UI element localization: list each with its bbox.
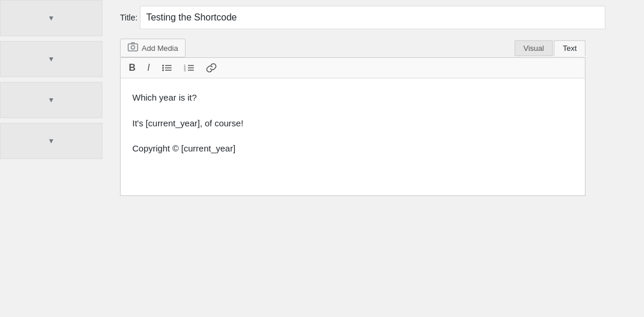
chevron-down-icon-3: ▼ <box>48 96 55 104</box>
svg-point-5 <box>162 65 164 67</box>
sidebar-item-2[interactable]: ▼ <box>0 41 102 77</box>
link-icon <box>206 63 217 73</box>
editor-line-2: It's [current_year], of course! <box>132 116 573 131</box>
svg-point-1 <box>131 46 135 49</box>
bold-button[interactable]: B <box>126 61 138 74</box>
editor-top-bar: Add Media Visual Text <box>120 39 585 57</box>
title-label: Title: <box>120 13 138 22</box>
svg-point-6 <box>162 67 164 69</box>
ordered-list-button[interactable]: 1. 2. 3. <box>181 62 197 74</box>
editor-wrapper: B I <box>120 57 585 196</box>
title-input[interactable] <box>140 6 605 29</box>
unordered-list-button[interactable] <box>159 62 174 74</box>
link-button[interactable] <box>204 61 219 74</box>
editor-body[interactable]: Which year is it? It's [current_year], o… <box>121 78 585 195</box>
sidebar-item-3[interactable]: ▼ <box>0 82 102 118</box>
editor-line-1: Which year is it? <box>132 90 573 105</box>
tab-visual[interactable]: Visual <box>515 40 553 56</box>
chevron-down-icon-1: ▼ <box>48 14 55 22</box>
italic-button[interactable]: I <box>145 61 152 74</box>
tab-text[interactable]: Text <box>554 40 585 56</box>
chevron-down-icon-4: ▼ <box>48 137 55 145</box>
editor-toolbar: B I <box>121 58 585 78</box>
ul-icon <box>162 63 172 73</box>
editor-tabs: Visual Text <box>515 40 585 56</box>
editor-area: Add Media Visual Text B I <box>120 39 585 196</box>
add-media-button[interactable]: Add Media <box>120 39 186 57</box>
media-icon <box>128 42 138 54</box>
sidebar-item-1[interactable]: ▼ <box>0 0 102 36</box>
svg-text:3.: 3. <box>184 68 186 72</box>
title-field-group: Title: <box>120 6 632 29</box>
editor-line-3: Copyright © [current_year] <box>132 141 573 156</box>
add-media-label: Add Media <box>142 44 178 53</box>
ol-icon: 1. 2. 3. <box>184 63 194 73</box>
svg-point-7 <box>162 70 164 71</box>
sidebar-item-4[interactable]: ▼ <box>0 123 102 159</box>
svg-rect-0 <box>128 44 138 51</box>
main-content: Title: Add Media Visual Text <box>102 0 644 317</box>
chevron-down-icon-2: ▼ <box>48 55 55 63</box>
sidebar: ▼ ▼ ▼ ▼ <box>0 0 102 317</box>
